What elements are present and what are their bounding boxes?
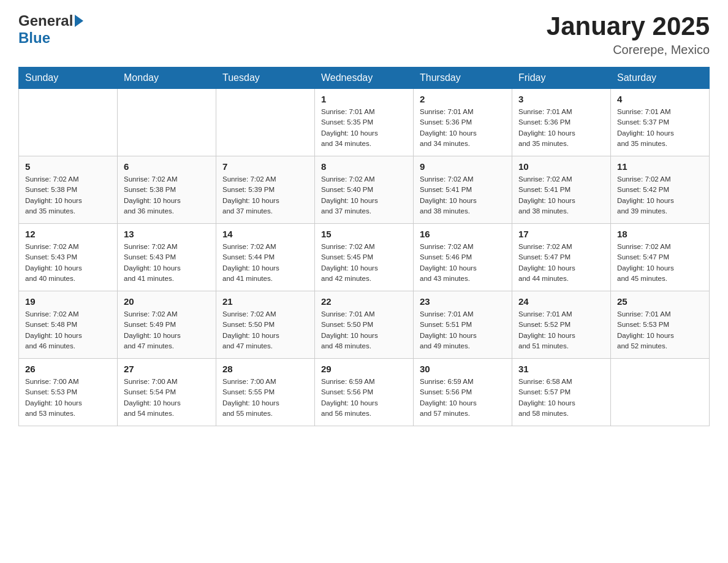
- day-info: Sunrise: 6:58 AM Sunset: 5:57 PM Dayligh…: [518, 377, 604, 419]
- day-info: Sunrise: 7:02 AM Sunset: 5:41 PM Dayligh…: [420, 174, 506, 216]
- day-number: 26: [25, 364, 111, 374]
- day-number: 4: [617, 94, 703, 104]
- calendar-title: January 2025: [547, 12, 710, 40]
- calendar-cell: 11Sunrise: 7:02 AM Sunset: 5:42 PM Dayli…: [611, 156, 710, 224]
- day-info: Sunrise: 7:02 AM Sunset: 5:45 PM Dayligh…: [321, 242, 407, 284]
- week-row-4: 19Sunrise: 7:02 AM Sunset: 5:48 PM Dayli…: [19, 291, 710, 359]
- calendar-table: SundayMondayTuesdayWednesdayThursdayFrid…: [18, 67, 710, 426]
- calendar-cell: 1Sunrise: 7:01 AM Sunset: 5:35 PM Daylig…: [315, 89, 414, 156]
- header-day-monday: Monday: [118, 67, 216, 89]
- day-number: 29: [321, 364, 407, 374]
- day-number: 8: [321, 161, 407, 172]
- day-info: Sunrise: 7:02 AM Sunset: 5:43 PM Dayligh…: [124, 242, 210, 284]
- day-info: Sunrise: 7:02 AM Sunset: 5:50 PM Dayligh…: [222, 309, 308, 351]
- day-number: 23: [420, 296, 506, 307]
- day-number: 28: [222, 364, 308, 374]
- calendar-cell: 9Sunrise: 7:02 AM Sunset: 5:41 PM Daylig…: [414, 156, 512, 224]
- day-number: 16: [420, 229, 506, 239]
- day-number: 12: [25, 229, 111, 239]
- day-info: Sunrise: 7:02 AM Sunset: 5:38 PM Dayligh…: [124, 174, 210, 216]
- page-header: General Blue January 2025 Corerepe, Mexi…: [18, 12, 710, 57]
- calendar-cell: 26Sunrise: 7:00 AM Sunset: 5:53 PM Dayli…: [19, 359, 118, 426]
- day-info: Sunrise: 7:01 AM Sunset: 5:53 PM Dayligh…: [617, 309, 703, 351]
- day-info: Sunrise: 7:02 AM Sunset: 5:39 PM Dayligh…: [222, 174, 308, 216]
- calendar-cell: 22Sunrise: 7:01 AM Sunset: 5:50 PM Dayli…: [315, 291, 414, 359]
- day-number: 5: [25, 161, 111, 172]
- calendar-cell: [611, 359, 710, 426]
- day-info: Sunrise: 7:01 AM Sunset: 5:36 PM Dayligh…: [518, 107, 604, 149]
- day-info: Sunrise: 7:02 AM Sunset: 5:40 PM Dayligh…: [321, 174, 407, 216]
- day-number: 10: [518, 161, 604, 172]
- header-row: SundayMondayTuesdayWednesdayThursdayFrid…: [19, 67, 710, 89]
- calendar-cell: 3Sunrise: 7:01 AM Sunset: 5:36 PM Daylig…: [512, 89, 611, 156]
- day-info: Sunrise: 7:01 AM Sunset: 5:50 PM Dayligh…: [321, 309, 407, 351]
- calendar-cell: 12Sunrise: 7:02 AM Sunset: 5:43 PM Dayli…: [19, 224, 118, 291]
- day-info: Sunrise: 7:01 AM Sunset: 5:51 PM Dayligh…: [420, 309, 506, 351]
- header-day-wednesday: Wednesday: [315, 67, 414, 89]
- header-day-saturday: Saturday: [611, 67, 710, 89]
- day-number: 3: [518, 94, 604, 104]
- calendar-cell: 13Sunrise: 7:02 AM Sunset: 5:43 PM Dayli…: [118, 224, 216, 291]
- day-number: 20: [124, 296, 210, 307]
- day-number: 27: [124, 364, 210, 374]
- day-number: 25: [617, 296, 703, 307]
- week-row-5: 26Sunrise: 7:00 AM Sunset: 5:53 PM Dayli…: [19, 359, 710, 426]
- header-day-friday: Friday: [512, 67, 611, 89]
- day-info: Sunrise: 7:02 AM Sunset: 5:46 PM Dayligh…: [420, 242, 506, 284]
- week-row-1: 1Sunrise: 7:01 AM Sunset: 5:35 PM Daylig…: [19, 89, 710, 156]
- title-area: January 2025 Corerepe, Mexico: [547, 12, 710, 57]
- calendar-cell: 2Sunrise: 7:01 AM Sunset: 5:36 PM Daylig…: [414, 89, 512, 156]
- calendar-cell: 21Sunrise: 7:02 AM Sunset: 5:50 PM Dayli…: [216, 291, 315, 359]
- calendar-cell: 27Sunrise: 7:00 AM Sunset: 5:54 PM Dayli…: [118, 359, 216, 426]
- logo-triangle-icon: [75, 15, 83, 27]
- day-info: Sunrise: 7:01 AM Sunset: 5:52 PM Dayligh…: [518, 309, 604, 351]
- calendar-cell: [118, 89, 216, 156]
- calendar-subtitle: Corerepe, Mexico: [547, 43, 710, 57]
- calendar-cell: 5Sunrise: 7:02 AM Sunset: 5:38 PM Daylig…: [19, 156, 118, 224]
- day-number: 11: [617, 161, 703, 172]
- day-number: 14: [222, 229, 308, 239]
- calendar-cell: 8Sunrise: 7:02 AM Sunset: 5:40 PM Daylig…: [315, 156, 414, 224]
- day-info: Sunrise: 7:02 AM Sunset: 5:41 PM Dayligh…: [518, 174, 604, 216]
- logo-blue-text: Blue: [18, 29, 50, 47]
- calendar-cell: 14Sunrise: 7:02 AM Sunset: 5:44 PM Dayli…: [216, 224, 315, 291]
- day-info: Sunrise: 7:02 AM Sunset: 5:42 PM Dayligh…: [617, 174, 703, 216]
- calendar-cell: 6Sunrise: 7:02 AM Sunset: 5:38 PM Daylig…: [118, 156, 216, 224]
- day-info: Sunrise: 7:01 AM Sunset: 5:36 PM Dayligh…: [420, 107, 506, 149]
- calendar-body: 1Sunrise: 7:01 AM Sunset: 5:35 PM Daylig…: [19, 89, 710, 426]
- calendar-cell: 28Sunrise: 7:00 AM Sunset: 5:55 PM Dayli…: [216, 359, 315, 426]
- logo-general-text: General: [18, 12, 73, 29]
- calendar-cell: 31Sunrise: 6:58 AM Sunset: 5:57 PM Dayli…: [512, 359, 611, 426]
- day-number: 19: [25, 296, 111, 307]
- calendar-cell: 23Sunrise: 7:01 AM Sunset: 5:51 PM Dayli…: [414, 291, 512, 359]
- day-info: Sunrise: 7:01 AM Sunset: 5:37 PM Dayligh…: [617, 107, 703, 149]
- header-day-tuesday: Tuesday: [216, 67, 315, 89]
- calendar-cell: 29Sunrise: 6:59 AM Sunset: 5:56 PM Dayli…: [315, 359, 414, 426]
- day-info: Sunrise: 7:02 AM Sunset: 5:48 PM Dayligh…: [25, 309, 111, 351]
- day-info: Sunrise: 7:02 AM Sunset: 5:49 PM Dayligh…: [124, 309, 210, 351]
- day-info: Sunrise: 6:59 AM Sunset: 5:56 PM Dayligh…: [321, 377, 407, 419]
- calendar-cell: 20Sunrise: 7:02 AM Sunset: 5:49 PM Dayli…: [118, 291, 216, 359]
- calendar-cell: 17Sunrise: 7:02 AM Sunset: 5:47 PM Dayli…: [512, 224, 611, 291]
- logo: General Blue: [18, 12, 83, 47]
- calendar-cell: 15Sunrise: 7:02 AM Sunset: 5:45 PM Dayli…: [315, 224, 414, 291]
- day-info: Sunrise: 7:02 AM Sunset: 5:43 PM Dayligh…: [25, 242, 111, 284]
- calendar-cell: 4Sunrise: 7:01 AM Sunset: 5:37 PM Daylig…: [611, 89, 710, 156]
- calendar-cell: 18Sunrise: 7:02 AM Sunset: 5:47 PM Dayli…: [611, 224, 710, 291]
- day-info: Sunrise: 7:02 AM Sunset: 5:47 PM Dayligh…: [518, 242, 604, 284]
- calendar-cell: 30Sunrise: 6:59 AM Sunset: 5:56 PM Dayli…: [414, 359, 512, 426]
- calendar-cell: 24Sunrise: 7:01 AM Sunset: 5:52 PM Dayli…: [512, 291, 611, 359]
- day-number: 30: [420, 364, 506, 374]
- day-info: Sunrise: 6:59 AM Sunset: 5:56 PM Dayligh…: [420, 377, 506, 419]
- day-number: 24: [518, 296, 604, 307]
- calendar-cell: 7Sunrise: 7:02 AM Sunset: 5:39 PM Daylig…: [216, 156, 315, 224]
- day-number: 6: [124, 161, 210, 172]
- day-number: 18: [617, 229, 703, 239]
- day-number: 15: [321, 229, 407, 239]
- day-info: Sunrise: 7:02 AM Sunset: 5:38 PM Dayligh…: [25, 174, 111, 216]
- day-info: Sunrise: 7:02 AM Sunset: 5:44 PM Dayligh…: [222, 242, 308, 284]
- day-info: Sunrise: 7:00 AM Sunset: 5:53 PM Dayligh…: [25, 377, 111, 419]
- day-number: 22: [321, 296, 407, 307]
- calendar-cell: [216, 89, 315, 156]
- day-number: 2: [420, 94, 506, 104]
